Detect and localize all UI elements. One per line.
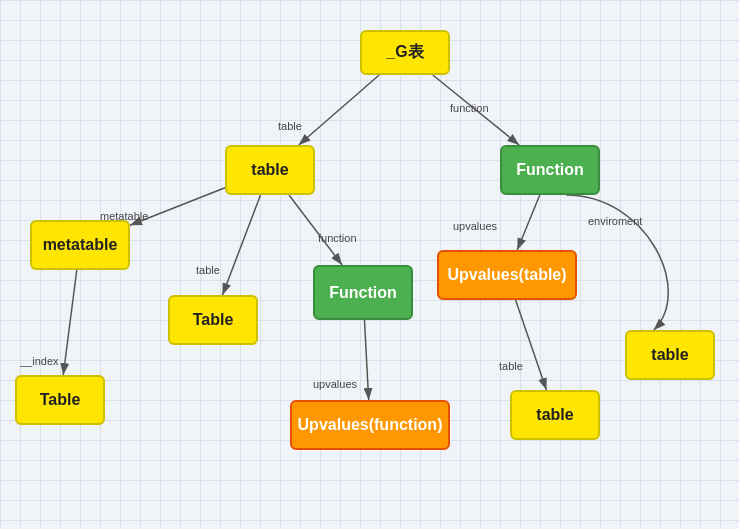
label-table: table <box>278 120 302 132</box>
label-enviroment: enviroment <box>588 215 642 227</box>
node-metatable: metatable <box>30 220 130 270</box>
node-upvalues-func: Upvalues(function) <box>290 400 450 450</box>
node-g-table: _G表 <box>360 30 450 75</box>
node-function2: Function <box>313 265 413 320</box>
svg-line-5 <box>289 195 342 265</box>
label-upvalues2: upvalues <box>313 378 357 390</box>
svg-line-7 <box>63 270 77 375</box>
node-upvalues-table: Upvalues(table) <box>437 250 577 300</box>
label-function2: function <box>318 232 357 244</box>
node-table4: table <box>510 390 600 440</box>
node-table1: table <box>225 145 315 195</box>
node-table5: table <box>625 330 715 380</box>
svg-line-1 <box>299 75 379 145</box>
node-function1: Function <box>500 145 600 195</box>
label-index: __index <box>20 355 59 367</box>
label-table2: table <box>196 264 220 276</box>
svg-line-9 <box>516 300 547 390</box>
svg-line-6 <box>517 195 540 250</box>
node-table3: Table <box>15 375 105 425</box>
node-table2: Table <box>168 295 258 345</box>
svg-line-4 <box>223 195 261 295</box>
label-table3: table <box>499 360 523 372</box>
label-metatable: metatable <box>100 210 148 222</box>
label-function: function <box>450 102 489 114</box>
label-upvalues: upvalues <box>453 220 497 232</box>
svg-line-8 <box>364 320 368 400</box>
